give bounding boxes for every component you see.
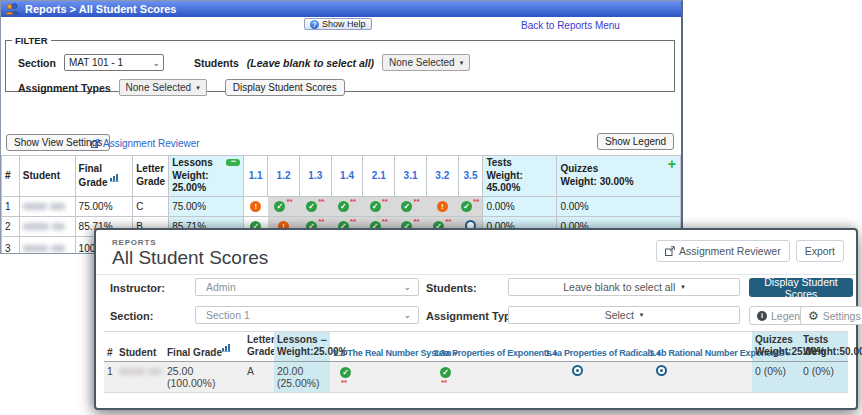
assignment-types-dropdown[interactable]: Select ▾ — [508, 306, 740, 324]
people-icon — [5, 3, 20, 15]
external-link-icon — [91, 139, 100, 148]
help-icon: ? — [310, 20, 319, 29]
flag-marks-icon: ** — [382, 197, 388, 206]
flag-marks-icon: ** — [341, 378, 347, 387]
col-quizzes: Quizzes Weight: 30.00% + — [557, 156, 681, 197]
col-assignment-radicals[interactable]: 1.4a Properties of Radicals ▾ — [542, 332, 646, 362]
check-score-indicator[interactable]: ✓** — [340, 367, 351, 387]
check-icon: ✓ — [306, 201, 317, 212]
student-name-redacted — [23, 223, 65, 230]
screen: Reports > All Student Scores ? Show Help… — [0, 0, 862, 415]
score-cell: ✓** — [458, 196, 483, 216]
check-icon: ✓ — [340, 367, 351, 378]
col-final-grade: Final Grade — [75, 156, 133, 197]
display-student-scores-button[interactable]: Display Student Scores — [225, 79, 345, 96]
col-assignment-exponents[interactable]: 1.3a Properties of Exponents ▾ — [430, 332, 542, 362]
col-letter-grade: Letter Grade — [133, 156, 169, 197]
col-assignment-1-4[interactable]: 1.4 — [331, 156, 363, 197]
gear-icon: ⚙ — [808, 311, 819, 321]
flag-marks-icon: ** — [473, 197, 479, 206]
check-icon: ✓ — [274, 201, 285, 212]
back-window-titlebar: Reports > All Student Scores — [1, 1, 681, 17]
check-score-indicator[interactable]: ✓** — [461, 201, 479, 212]
col-assignment-3-1[interactable]: 3.1 — [395, 156, 427, 197]
collapse-lessons-icon[interactable]: − — [321, 334, 327, 347]
col-num: # — [2, 156, 20, 197]
check-score-indicator[interactable]: ✓** — [440, 367, 451, 387]
collapse-lessons-icon[interactable]: − — [226, 159, 240, 166]
col-assignment-3-5[interactable]: 3.5 — [458, 156, 483, 197]
col-assignment-1-3[interactable]: 1.3 — [299, 156, 331, 197]
back-to-reports-link[interactable]: Back to Reports Menu — [521, 20, 620, 31]
student-name-redacted — [23, 203, 65, 210]
students-dropdown[interactable]: Leave blank to select all ▾ — [508, 278, 740, 296]
check-icon: ✓ — [461, 201, 472, 212]
flag-marks-icon: ** — [350, 217, 356, 226]
check-icon: ✓ — [401, 201, 412, 212]
score-cell — [542, 362, 646, 393]
export-button[interactable]: Export — [796, 240, 844, 262]
info-icon: i — [757, 311, 767, 321]
col-assignment-1-2[interactable]: 1.2 — [268, 156, 300, 197]
caret-down-icon: ▾ — [681, 283, 685, 291]
table-row: 1 75.00% C 75.00% ! ✓** ✓** ✓** ✓** ✓** … — [2, 196, 681, 216]
score-cell: ✓** — [395, 196, 427, 216]
grade-chart-icon[interactable] — [222, 344, 231, 352]
col-assignment-rational-exponents[interactable]: 1.4b Rational Number Exponents ▾ — [646, 332, 752, 362]
filter-legend: FILTER — [12, 35, 51, 46]
check-score-indicator[interactable]: ✓** — [274, 201, 292, 212]
show-legend-button[interactable]: Show Legend — [597, 133, 674, 150]
ring-score-indicator[interactable] — [656, 365, 667, 376]
col-student: Student — [19, 156, 75, 197]
ring-score-indicator[interactable] — [572, 365, 583, 376]
check-score-indicator[interactable]: ✓** — [338, 201, 356, 212]
score-cell: ✓** — [363, 196, 395, 216]
display-student-scores-button[interactable]: Display Student Scores — [749, 278, 853, 297]
flag-marks-icon: ** — [413, 217, 419, 226]
flag-marks-icon: ** — [318, 217, 324, 226]
flag-marks-icon: ** — [445, 217, 451, 226]
section-select[interactable]: MAT 101 - 1 ⌄ — [64, 54, 164, 71]
caret-down-icon: ▾ — [460, 59, 464, 67]
check-icon: ✓ — [338, 201, 349, 212]
grade-chart-icon[interactable] — [110, 174, 119, 182]
score-cell: ✓** — [331, 196, 363, 216]
assignment-types-dropdown[interactable]: None Selected ▾ — [119, 79, 207, 96]
col-assignment-3-2[interactable]: 3.2 — [426, 156, 458, 197]
col-tests: Tests Weight:50.00% — [800, 332, 848, 362]
check-score-indicator[interactable]: ✓** — [306, 201, 324, 212]
col-lessons: Lessons Weight:25.00% − — [274, 332, 330, 362]
students-label: Students: — [426, 282, 477, 294]
score-cell: ! — [244, 196, 268, 216]
score-cell: ✓** — [299, 196, 331, 216]
check-score-indicator[interactable]: ✓** — [401, 201, 419, 212]
warning-score-indicator[interactable]: ! — [437, 201, 448, 212]
check-score-indicator[interactable]: ✓** — [370, 201, 388, 212]
score-cell: ! — [426, 196, 458, 216]
instructor-select[interactable]: Admin ⌄ — [195, 278, 419, 296]
caret-down-icon: ▾ — [640, 311, 644, 319]
front-scores-table: # Student Final Grade Letter Grade Lesso… — [104, 331, 848, 393]
col-letter-grade: Letter Grade — [244, 332, 274, 362]
warning-score-indicator[interactable]: ! — [250, 201, 261, 212]
show-help-button[interactable]: ? Show Help — [304, 18, 372, 30]
student-name-redacted — [23, 245, 65, 252]
score-cell: ✓** — [430, 362, 542, 393]
col-quizzes: Quizzes Weight:25.00% — [752, 332, 800, 362]
expand-quizzes-icon[interactable]: + — [668, 158, 676, 170]
col-assignment-1-1[interactable]: 1.1 — [244, 156, 268, 197]
assignment-reviewer-button[interactable]: Assignment Reviewer — [656, 240, 790, 262]
settings-button[interactable]: ⚙ Settings — [800, 306, 862, 325]
section-select[interactable]: Section 1 ⌄ — [195, 306, 419, 324]
col-student: Student — [116, 332, 164, 362]
instructor-label: Instructor: — [110, 282, 165, 294]
col-final-grade: Final Grade — [164, 332, 244, 362]
flag-marks-icon: ** — [286, 197, 292, 206]
table-row: 1 25.00 (100.00%) A 20.00 (25.00%) ✓** ✓… — [104, 362, 848, 393]
col-assignment-2-1[interactable]: 2.1 — [363, 156, 395, 197]
students-dropdown[interactable]: None Selected ▾ — [382, 54, 470, 71]
ring-icon — [572, 365, 583, 376]
chevron-down-icon: ⌄ — [403, 310, 411, 320]
assignment-reviewer-link[interactable]: Assignment Reviewer — [91, 138, 200, 149]
external-link-icon — [665, 246, 675, 256]
